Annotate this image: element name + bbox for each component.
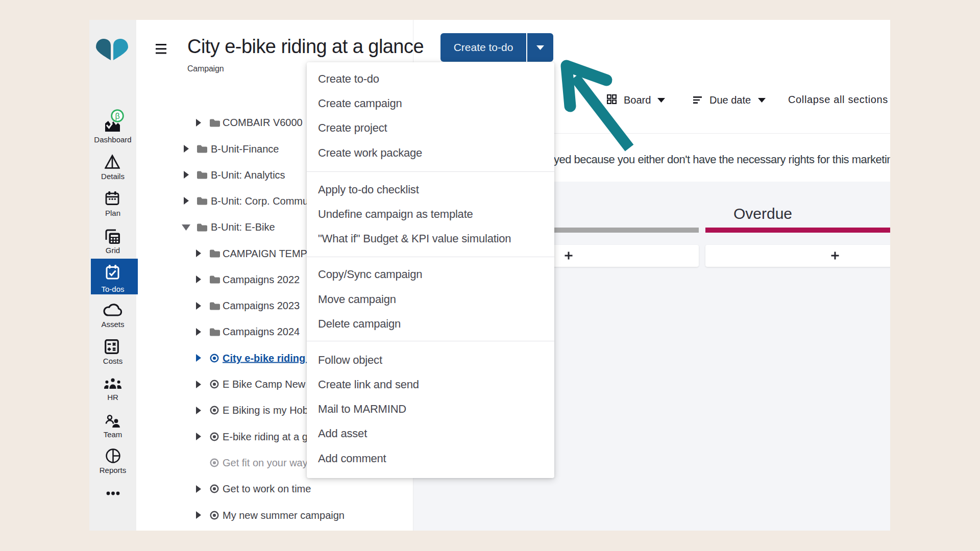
svg-text:β: β [115,112,119,120]
